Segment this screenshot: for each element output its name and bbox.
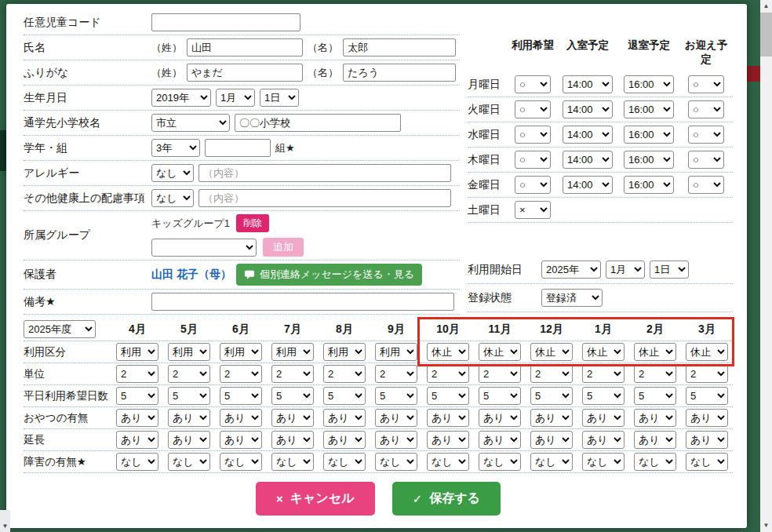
disability-select[interactable]: なし (220, 453, 262, 471)
unit-select[interactable]: 2 (168, 365, 210, 383)
snack-select[interactable]: あり (427, 409, 469, 427)
vertical-scrollbar[interactable]: ▲ ▼ (760, 0, 772, 532)
birth-day-select[interactable]: 1日 (260, 89, 299, 107)
scroll-up-arrow[interactable]: ▲ (760, 0, 772, 13)
snack-select[interactable]: あり (479, 409, 521, 427)
unit-select[interactable]: 2 (530, 365, 573, 383)
snack-select[interactable]: あり (530, 409, 573, 427)
disability-select[interactable]: なし (582, 453, 625, 471)
weekday-count-select[interactable]: 5 (686, 387, 728, 405)
weekday-count-select[interactable]: 5 (479, 387, 521, 405)
unit-select[interactable]: 2 (271, 365, 314, 383)
disability-select[interactable]: なし (479, 453, 521, 471)
usage-type-select[interactable]: 利用 (168, 343, 210, 361)
extension-select[interactable]: あり (220, 431, 262, 449)
weekday-count-select[interactable]: 5 (634, 387, 676, 405)
snack-select[interactable]: あり (375, 409, 417, 427)
last-name-input[interactable] (187, 38, 303, 56)
snack-select[interactable]: あり (220, 409, 262, 427)
weekday-count-select[interactable]: 5 (168, 387, 210, 405)
use-request-select[interactable]: ○ (515, 151, 551, 169)
unit-select[interactable]: 2 (116, 365, 158, 383)
leave-time-select[interactable]: 16:00 (624, 176, 674, 194)
weekday-count-select[interactable]: 5 (271, 387, 314, 405)
extension-select[interactable]: あり (168, 431, 210, 449)
weekday-count-select[interactable]: 5 (582, 387, 625, 405)
birth-month-select[interactable]: 1月 (216, 89, 255, 107)
pickup-select[interactable]: ○ (688, 151, 724, 169)
start-year-select[interactable]: 2025年 (541, 261, 601, 279)
snack-select[interactable]: あり (634, 409, 676, 427)
disability-select[interactable]: なし (427, 453, 469, 471)
usage-type-select[interactable]: 休止 (634, 343, 676, 361)
weekday-count-select[interactable]: 5 (530, 387, 573, 405)
extension-select[interactable]: あり (271, 431, 314, 449)
usage-type-select[interactable]: 休止 (530, 343, 573, 361)
use-request-select[interactable]: × (515, 201, 551, 219)
bottom-left-scroll-arrow[interactable]: ▼ (0, 510, 10, 532)
leave-time-select[interactable]: 16:00 (624, 126, 674, 144)
usage-type-select[interactable]: 利用 (375, 343, 417, 361)
allergy-detail-input[interactable] (198, 164, 451, 182)
birth-year-select[interactable]: 2019年 (151, 89, 211, 107)
snack-select[interactable]: あり (116, 409, 158, 427)
unit-select[interactable]: 2 (479, 365, 521, 383)
unit-select[interactable]: 2 (375, 365, 417, 383)
extension-select[interactable]: あり (686, 431, 728, 449)
snack-select[interactable]: あり (323, 409, 366, 427)
extension-select[interactable]: あり (323, 431, 366, 449)
disability-select[interactable]: なし (323, 453, 366, 471)
weekday-count-select[interactable]: 5 (375, 387, 417, 405)
notes-input[interactable] (151, 293, 454, 311)
add-group-select[interactable] (151, 239, 257, 257)
leave-time-select[interactable]: 16:00 (624, 151, 674, 169)
health-select[interactable]: なし (151, 189, 194, 207)
grade-select[interactable]: 3年 (151, 139, 200, 157)
snack-select[interactable]: あり (168, 409, 210, 427)
enter-time-select[interactable]: 14:00 (563, 75, 613, 93)
allergy-select[interactable]: なし (151, 164, 194, 182)
extension-select[interactable]: あり (582, 431, 625, 449)
extension-select[interactable]: あり (427, 431, 469, 449)
usage-type-select[interactable]: 利用 (220, 343, 262, 361)
use-request-select[interactable]: ○ (515, 126, 551, 144)
first-name-kana-input[interactable] (343, 64, 456, 82)
snack-select[interactable]: あり (582, 409, 625, 427)
use-request-select[interactable]: ○ (515, 176, 551, 194)
extension-select[interactable]: あり (116, 431, 158, 449)
usage-type-select[interactable]: 休止 (582, 343, 625, 361)
unit-select[interactable]: 2 (634, 365, 676, 383)
disability-select[interactable]: なし (375, 453, 417, 471)
disability-select[interactable]: なし (116, 453, 158, 471)
start-day-select[interactable]: 1日 (650, 261, 689, 279)
last-name-kana-input[interactable] (187, 64, 303, 82)
disability-select[interactable]: なし (168, 453, 210, 471)
cancel-button[interactable]: × キャンセル (256, 482, 375, 516)
disability-select[interactable]: なし (530, 453, 573, 471)
child-code-input[interactable] (151, 13, 300, 31)
pickup-select[interactable]: ○ (688, 100, 724, 118)
usage-type-select[interactable]: 休止 (479, 343, 521, 361)
usage-type-select[interactable]: 休止 (427, 343, 469, 361)
health-detail-input[interactable] (198, 189, 451, 207)
pickup-select[interactable]: ○ (688, 75, 724, 93)
delete-group-button[interactable]: 削除 (236, 214, 269, 232)
enter-time-select[interactable]: 14:00 (563, 126, 613, 144)
use-request-select[interactable]: ○ (515, 100, 551, 118)
snack-select[interactable]: あり (271, 409, 314, 427)
first-name-input[interactable] (343, 38, 456, 56)
extension-select[interactable]: あり (375, 431, 417, 449)
leave-time-select[interactable]: 16:00 (624, 75, 674, 93)
weekday-count-select[interactable]: 5 (323, 387, 366, 405)
snack-select[interactable]: あり (686, 409, 728, 427)
enter-time-select[interactable]: 14:00 (563, 100, 613, 118)
add-group-button[interactable]: 追加 (263, 238, 304, 257)
unit-select[interactable]: 2 (686, 365, 728, 383)
pickup-select[interactable]: ○ (688, 176, 724, 194)
extension-select[interactable]: あり (530, 431, 573, 449)
usage-type-select[interactable]: 利用 (271, 343, 314, 361)
enter-time-select[interactable]: 14:00 (563, 176, 613, 194)
usage-type-select[interactable]: 利用 (323, 343, 366, 361)
class-input[interactable] (205, 139, 271, 157)
enter-time-select[interactable]: 14:00 (563, 151, 613, 169)
